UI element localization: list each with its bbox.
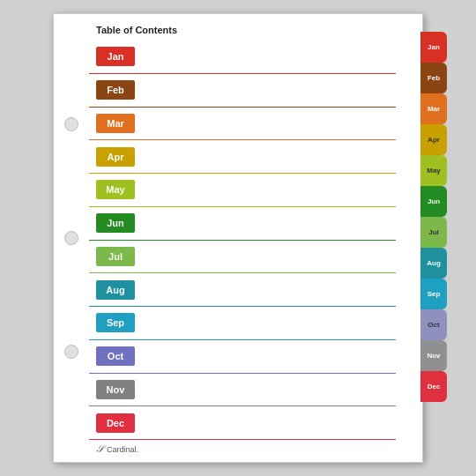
month-row: Mar [89,108,396,141]
tab-aug[interactable]: Aug [420,248,447,279]
month-row: Feb [89,74,396,108]
tab-jul[interactable]: Jul [420,217,447,248]
month-label-jun: Jun [96,213,135,233]
month-row: Jun [89,207,396,241]
hole-top [64,117,78,131]
tab-jun[interactable]: Jun [420,186,447,217]
hole-bottom [64,345,78,359]
month-label-jan: Jan [96,47,135,66]
logo-icon: 𝒮 [96,443,103,455]
months-list: JanFebMarAprMayJunJulAugSepOctNovDec [89,41,422,440]
month-row: Nov [89,374,396,407]
month-row: Sep [89,307,396,340]
tab-may[interactable]: May [420,155,447,186]
tab-nov[interactable]: Nov [420,340,447,371]
logo: 𝒮 Cardinal. [96,443,422,455]
month-label-dec: Dec [96,413,135,433]
binder-holes [64,14,78,462]
month-label-aug: Aug [96,280,135,300]
hole-middle [64,231,78,245]
month-row: Dec [89,406,396,440]
month-label-oct: Oct [96,346,135,366]
tab-jan[interactable]: Jan [420,32,447,63]
month-label-apr: Apr [96,147,135,167]
page: Table of Contents JanFebMarAprMayJunJulA… [53,13,423,463]
tab-dec[interactable]: Dec [420,371,447,402]
month-row: Aug [89,273,396,307]
tab-apr[interactable]: Apr [420,124,447,155]
tabs-area: JanFebMarAprMayJunJulAugSepOctNovDec [420,32,447,402]
month-label-mar: Mar [96,114,135,133]
month-row: Apr [89,140,396,174]
month-label-may: May [96,180,135,199]
month-row: Jan [89,41,396,74]
month-row: Jul [89,241,396,274]
month-label-jul: Jul [96,247,135,266]
tab-sep[interactable]: Sep [420,279,447,309]
tab-oct[interactable]: Oct [420,309,447,340]
page-title: Table of Contents [96,25,422,35]
month-row: May [89,174,396,207]
tab-feb[interactable]: Feb [420,63,447,93]
month-row: Oct [89,340,396,374]
month-label-sep: Sep [96,313,135,332]
month-label-nov: Nov [96,380,135,399]
brand-name: Cardinal. [107,445,138,454]
month-label-feb: Feb [96,80,135,100]
tab-mar[interactable]: Mar [420,93,447,124]
